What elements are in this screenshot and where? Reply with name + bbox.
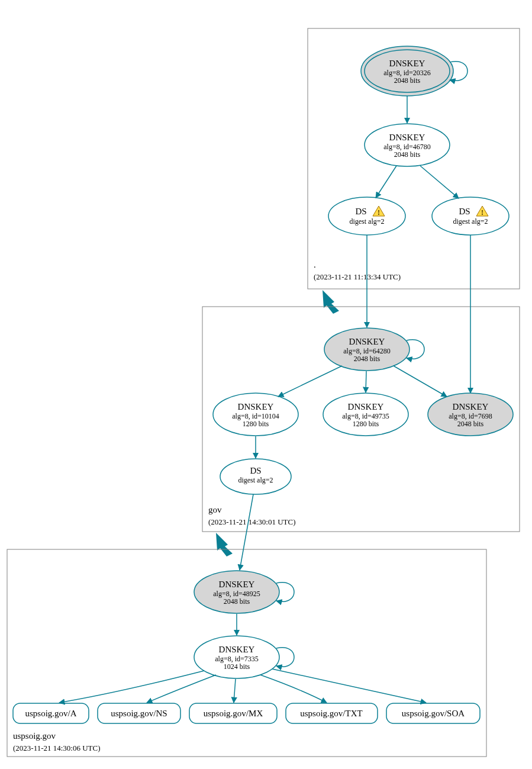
- edge-uspzsk-mx: [234, 679, 236, 703]
- zone-label-root: .: [314, 260, 316, 269]
- svg-text:DNSKEY: DNSKEY: [389, 133, 425, 142]
- node-root-zsk: DNSKEY alg=8, id=46780 2048 bits: [365, 124, 450, 166]
- svg-text:2048 bits: 2048 bits: [394, 76, 421, 85]
- edge-govksk-key3: [394, 366, 447, 397]
- svg-text:DNSKEY: DNSKEY: [348, 402, 384, 411]
- node-ds1: DS digest alg=2 !: [328, 197, 405, 235]
- svg-text:alg=8, id=7335: alg=8, id=7335: [215, 655, 259, 663]
- leaf-soa: uspsoig.gov/SOA: [386, 703, 480, 723]
- svg-text:1024 bits: 1024 bits: [224, 662, 250, 671]
- svg-text:alg=8, id=46780: alg=8, id=46780: [383, 143, 431, 151]
- svg-text:DNSKEY: DNSKEY: [219, 645, 255, 654]
- dnssec-diagram: . (2023-11-21 11:13:34 UTC) DNSKEY alg=8…: [0, 0, 532, 769]
- edge-govksk-zsk2: [366, 371, 366, 392]
- node-gov-zsk2: DNSKEY alg=8, id=49735 1280 bits: [323, 393, 408, 436]
- edge-uspzsk-a: [59, 671, 204, 703]
- svg-text:digest alg=2: digest alg=2: [238, 476, 273, 484]
- zone-arrow-root-gov: [323, 290, 339, 314]
- zone-label-uspsoig: uspsoig.gov: [13, 731, 56, 741]
- svg-text:1280 bits: 1280 bits: [243, 420, 269, 428]
- node-gov-key3: DNSKEY alg=8, id=7698 2048 bits: [428, 393, 513, 436]
- svg-point-13: [432, 197, 509, 235]
- svg-point-9: [328, 197, 405, 235]
- zone-ts-gov: (2023-11-21 14:30:01 UTC): [208, 517, 296, 526]
- svg-text:alg=8, id=20326: alg=8, id=20326: [383, 69, 431, 77]
- leaf-txt: uspsoig.gov/TXT: [286, 703, 378, 723]
- node-usp-ksk: DNSKEY alg=8, id=48925 2048 bits: [194, 571, 279, 613]
- svg-text:alg=8, id=49735: alg=8, id=49735: [342, 412, 389, 420]
- node-gov-ds: DS digest alg=2: [220, 459, 291, 494]
- leaf-a: uspsoig.gov/A: [13, 703, 89, 723]
- svg-text:!: !: [378, 208, 380, 217]
- node-gov-ksk: DNSKEY alg=8, id=64280 2048 bits: [324, 328, 410, 371]
- leaf-ns: uspsoig.gov/NS: [98, 703, 180, 723]
- node-ds2: DS digest alg=2 !: [432, 197, 509, 235]
- node-gov-zsk1: DNSKEY alg=8, id=10104 1280 bits: [213, 393, 298, 436]
- svg-text:!: !: [481, 208, 483, 217]
- svg-text:2048 bits: 2048 bits: [224, 597, 250, 606]
- edge-uspzsk-soa: [272, 669, 426, 703]
- node-root-ksk: DNSKEY alg=8, id=20326 2048 bits: [361, 46, 453, 96]
- svg-text:alg=8, id=10104: alg=8, id=10104: [232, 412, 279, 420]
- svg-text:DNSKEY: DNSKEY: [219, 580, 255, 589]
- svg-text:alg=8, id=64280: alg=8, id=64280: [343, 347, 391, 355]
- svg-text:digest alg=2: digest alg=2: [349, 217, 384, 226]
- edge-govksk-zsk1: [278, 366, 342, 397]
- edge-uspzsk-ns: [147, 675, 216, 703]
- svg-text:DNSKEY: DNSKEY: [349, 337, 385, 346]
- svg-text:uspsoig.gov/MX: uspsoig.gov/MX: [204, 709, 263, 718]
- svg-text:uspsoig.gov/SOA: uspsoig.gov/SOA: [402, 709, 465, 718]
- svg-text:DS: DS: [355, 207, 366, 216]
- svg-text:alg=8, id=7698: alg=8, id=7698: [449, 412, 492, 420]
- svg-text:DNSKEY: DNSKEY: [389, 59, 425, 68]
- edge-rootzsk-ds1: [376, 166, 396, 198]
- zone-label-gov: gov: [208, 505, 222, 514]
- svg-text:1280 bits: 1280 bits: [353, 420, 379, 428]
- zone-ts-root: (2023-11-21 11:13:34 UTC): [314, 272, 401, 281]
- svg-text:uspsoig.gov/NS: uspsoig.gov/NS: [111, 709, 167, 718]
- svg-text:DNSKEY: DNSKEY: [238, 402, 274, 411]
- edge-govds-uspksk: [240, 494, 253, 570]
- svg-text:alg=8, id=48925: alg=8, id=48925: [213, 590, 260, 598]
- svg-text:DS: DS: [250, 466, 261, 475]
- edge-rootzsk-ds2: [420, 166, 459, 198]
- zone-arrow-gov-uspsoig: [216, 533, 233, 556]
- svg-text:uspsoig.gov/TXT: uspsoig.gov/TXT: [300, 709, 362, 718]
- svg-text:digest alg=2: digest alg=2: [453, 217, 488, 226]
- svg-text:2048 bits: 2048 bits: [394, 150, 421, 159]
- node-usp-zsk: DNSKEY alg=8, id=7335 1024 bits: [194, 636, 279, 678]
- svg-text:2048 bits: 2048 bits: [457, 420, 484, 428]
- leaf-mx: uspsoig.gov/MX: [189, 703, 277, 723]
- svg-text:2048 bits: 2048 bits: [354, 355, 381, 363]
- zone-ts-uspsoig: (2023-11-21 14:30:06 UTC): [13, 744, 101, 752]
- svg-text:uspsoig.gov/A: uspsoig.gov/A: [25, 709, 76, 718]
- svg-text:DNSKEY: DNSKEY: [453, 402, 489, 411]
- svg-text:DS: DS: [459, 207, 470, 216]
